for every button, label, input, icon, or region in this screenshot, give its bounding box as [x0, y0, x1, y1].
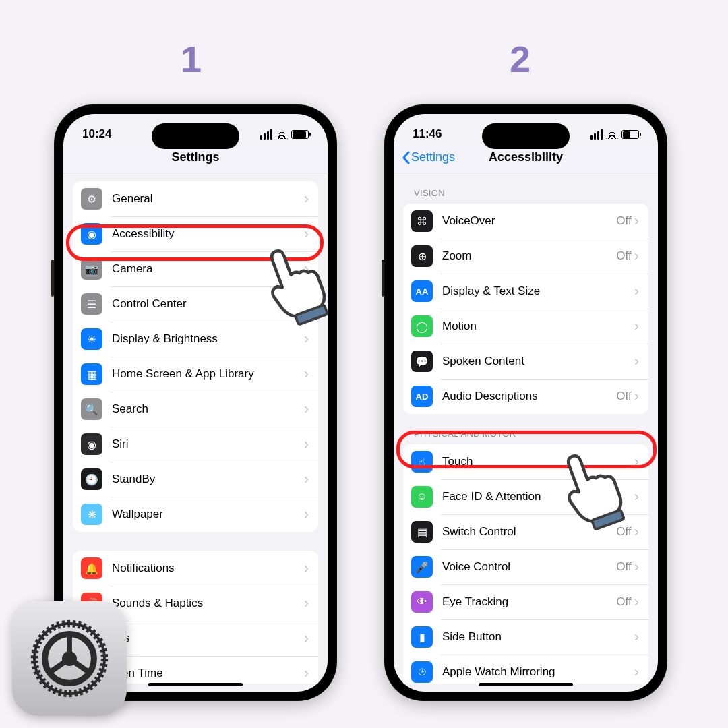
voice-icon: 🎤: [411, 556, 433, 578]
row-label: Search: [112, 402, 304, 416]
settings-row-general[interactable]: ⚙︎General›: [73, 181, 318, 216]
row-label: General: [112, 192, 304, 206]
row-label: Display & Brightness: [112, 332, 304, 346]
row-label: cus: [112, 632, 304, 645]
section-header-vision: VISION: [394, 173, 658, 204]
settings-row-eye-tracking[interactable]: 👁Eye TrackingOff›: [403, 584, 648, 619]
phone-mockup-2: 11:46 Settings Accessibility VISION ⌘Voi…: [384, 104, 667, 701]
settings-row-spoken-content[interactable]: 💬Spoken Content›: [403, 344, 648, 379]
hand-pointer-icon: [551, 449, 626, 535]
chevron-right-icon: ›: [634, 595, 639, 609]
back-button[interactable]: Settings: [402, 150, 455, 164]
chevron-right-icon: ›: [304, 437, 309, 452]
row-value: Off: [616, 249, 631, 263]
hand-pointer-icon: [255, 244, 329, 330]
camera-icon: 📷: [81, 258, 102, 280]
row-label: Accessibility: [112, 227, 304, 241]
settings-row-apple-watch-mirroring[interactable]: ⌚︎Apple Watch Mirroring›: [403, 655, 648, 684]
row-label: Spoken Content: [442, 355, 634, 368]
face-icon: ☺︎: [411, 486, 433, 508]
chevron-right-icon: ›: [304, 472, 309, 487]
person-icon: ◉: [81, 223, 102, 245]
settings-group: ⚙︎General›◉Accessibility›📷Camera›☰Contro…: [73, 181, 318, 532]
motion-icon: ◯: [411, 315, 433, 337]
chevron-right-icon: ›: [634, 454, 639, 469]
speech-icon: 💬: [411, 351, 433, 372]
sliders-icon: ☰: [81, 293, 102, 315]
settings-row-siri[interactable]: ◉Siri›: [73, 427, 318, 462]
settings-row-side-button[interactable]: ▮Side Button›: [403, 619, 648, 655]
battery-icon: [621, 130, 639, 139]
section-header-physical: PHYSICAL AND MOTOR: [394, 414, 658, 444]
chevron-right-icon: ›: [304, 596, 309, 611]
chevron-right-icon: ›: [304, 507, 309, 522]
settings-row-audio-descriptions[interactable]: ADAudio DescriptionsOff›: [403, 379, 648, 414]
row-label: Motion: [442, 320, 634, 333]
chevron-right-icon: ›: [304, 191, 309, 206]
settings-row-search[interactable]: 🔍Search›: [73, 392, 318, 427]
settings-row-motion[interactable]: ◯Motion›: [403, 309, 648, 344]
chevron-right-icon: ›: [634, 559, 639, 574]
dynamic-island: [152, 123, 239, 149]
cellular-icon: [260, 129, 272, 140]
nav-bar: Settings Accessibility: [394, 145, 658, 173]
settings-row-display-text-size[interactable]: AADisplay & Text Size›: [403, 274, 648, 309]
siri-icon: ◉: [81, 433, 102, 455]
settings-row-zoom[interactable]: ⊕ZoomOff›: [403, 239, 648, 274]
accessibility-list[interactable]: VISION ⌘VoiceOverOff›⊕ZoomOff›AADisplay …: [394, 173, 658, 684]
switch-icon: ▤: [411, 521, 433, 543]
row-label: Eye Tracking: [442, 595, 616, 609]
chevron-right-icon: ›: [634, 665, 639, 679]
grid-icon: ▦: [81, 363, 102, 385]
row-label: Voice Control: [442, 560, 616, 574]
row-label: VoiceOver: [442, 214, 616, 228]
watch-icon: ⌚︎: [411, 661, 433, 683]
row-label: Side Button: [442, 630, 634, 644]
chevron-right-icon: ›: [634, 524, 639, 539]
settings-row-home-screen-app-library[interactable]: ▦Home Screen & App Library›: [73, 357, 318, 392]
settings-row-voice-control[interactable]: 🎤Voice ControlOff›: [403, 549, 648, 584]
row-label: Notifications: [112, 562, 304, 575]
chevron-right-icon: ›: [304, 332, 309, 346]
home-indicator[interactable]: [148, 683, 243, 686]
gear-icon: ⚙︎: [81, 188, 102, 210]
chevron-right-icon: ›: [634, 284, 639, 299]
bell-icon: 🔔: [81, 557, 102, 579]
gear-icon: [26, 615, 113, 702]
flower-icon: ❋: [81, 504, 102, 525]
row-label: Display & Text Size: [442, 284, 634, 298]
search-icon: 🔍: [81, 398, 102, 420]
sun-icon: ☀︎: [81, 328, 102, 350]
home-indicator[interactable]: [479, 683, 573, 686]
step-number-2: 2: [510, 37, 530, 81]
chevron-right-icon: ›: [304, 631, 309, 646]
row-label: Zoom: [442, 249, 616, 263]
zoom-icon: ⊕: [411, 245, 433, 267]
chevron-right-icon: ›: [634, 214, 639, 229]
row-value: Off: [616, 214, 631, 228]
dynamic-island: [482, 123, 570, 149]
settings-row-voiceover[interactable]: ⌘VoiceOverOff›: [403, 204, 648, 239]
chevron-right-icon: ›: [634, 630, 639, 644]
cellular-icon: [590, 129, 603, 140]
settings-row-notifications[interactable]: 🔔Notifications›: [73, 551, 318, 586]
row-label: reen Time: [112, 667, 304, 680]
status-time: 10:24: [82, 127, 111, 141]
chevron-right-icon: ›: [304, 402, 309, 417]
chevron-left-icon: [402, 151, 410, 164]
row-label: Apple Watch Mirroring: [442, 665, 634, 679]
row-value: Off: [616, 595, 631, 609]
settings-row-standby[interactable]: 🕘StandBy›: [73, 462, 318, 497]
settings-group: ⌘VoiceOverOff›⊕ZoomOff›AADisplay & Text …: [403, 204, 648, 414]
eye-icon: 👁: [411, 591, 433, 613]
chevron-right-icon: ›: [634, 489, 639, 504]
row-value: Off: [616, 390, 631, 403]
battery-icon: [291, 130, 309, 139]
screen: 11:46 Settings Accessibility VISION ⌘Voi…: [394, 114, 658, 692]
vo-icon: ⌘: [411, 210, 433, 232]
nav-bar: Settings: [63, 145, 328, 173]
side-icon: ▮: [411, 626, 433, 648]
chevron-right-icon: ›: [304, 367, 309, 382]
touch-icon: ☝︎: [411, 451, 433, 473]
settings-row-wallpaper[interactable]: ❋Wallpaper›: [73, 497, 318, 532]
